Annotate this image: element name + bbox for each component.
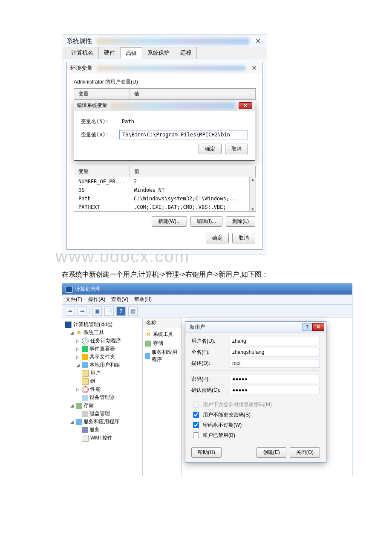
edit-var-title: 编辑系统变量 [77, 102, 107, 109]
close-icon[interactable]: ✕ [250, 64, 259, 72]
check-never-expire[interactable]: 密码永不过期(W) [191, 421, 320, 429]
toolbar: ⬅ ➡ ▣ 📄 ? ▤ [62, 305, 352, 318]
expander-icon[interactable]: ▷ [76, 387, 80, 392]
col-variable: 变量 [74, 89, 130, 99]
tree-services[interactable]: 服务 [64, 426, 141, 434]
create-button[interactable]: 创建(E) [257, 447, 286, 458]
tab-protection[interactable]: 系统保护 [142, 47, 175, 59]
var-value-input[interactable] [119, 130, 248, 139]
forward-icon[interactable]: ➡ [78, 306, 87, 316]
username-label: 用户名(U): [191, 338, 230, 345]
list-item[interactable]: 服务和应用程序 [144, 348, 179, 364]
tree-services-apps[interactable]: ◢ 服务和应用程序 [64, 418, 141, 426]
expander-icon[interactable]: ▷ [76, 355, 80, 359]
tab-remote[interactable]: 远程 [175, 47, 197, 59]
col-name: 名称 [143, 318, 181, 328]
help-icon[interactable]: ? [116, 306, 126, 316]
expander-icon[interactable]: ▷ [76, 347, 80, 351]
tree-systools[interactable]: ◢ 🛠 系统工具 [64, 329, 141, 337]
storage-icon [76, 403, 82, 409]
checkbox[interactable] [193, 432, 199, 438]
computer-icon [65, 321, 72, 328]
expander-icon[interactable]: ◢ [76, 363, 80, 367]
tab-advanced[interactable]: 高级 [120, 47, 142, 59]
password-input[interactable] [230, 375, 320, 383]
right-pane: 新用户 ? ✕ 用户名(U): 全名(F): [182, 318, 352, 476]
tree-device-manager[interactable]: 设备管理器 [64, 393, 141, 402]
menu-help[interactable]: 帮助(H) [134, 296, 152, 303]
blur-decoration [111, 102, 235, 109]
ok-button[interactable]: 确定 [199, 144, 222, 154]
table-row[interactable]: Path C:\Windows\system32;C:\Windows;... [74, 194, 256, 203]
tree-task-scheduler[interactable]: ▷ 🕒 任务计划程序 [64, 337, 141, 345]
new-user-title: 新用户 [190, 324, 205, 331]
var-name-input[interactable] [119, 117, 248, 126]
menu-view[interactable]: 查看(V) [111, 296, 128, 303]
tree-storage[interactable]: ◢ 存储 [64, 402, 141, 410]
console-tree-icon[interactable]: ▣ [92, 306, 102, 316]
checkbox[interactable] [193, 422, 199, 428]
new-user-dialog: 新用户 ? ✕ 用户名(U): 全名(F): [185, 321, 326, 462]
edit-button[interactable]: 编辑(I)... [190, 216, 222, 227]
username-input[interactable] [230, 337, 320, 345]
document-caption: 在系统中新创建一个用户,计算机->管理->右键用户->新用户,如下图： [62, 270, 392, 279]
properties-icon[interactable]: 📄 [104, 306, 114, 316]
tree-performance[interactable]: ▷ ◯ 性能 [64, 385, 141, 393]
check-change-next-login[interactable]: 用户下次登录时须更改密码(M) [191, 400, 320, 409]
table-row[interactable]: PATHEXT .COM;.EXE;.BAT;.CMD;.VBS;.VBE; [74, 203, 256, 211]
confirm-password-label: 确认密码(C): [191, 387, 230, 394]
services-apps-icon [76, 419, 82, 425]
tree-disk-mgr[interactable]: 磁盘管理 [64, 410, 141, 418]
tab-computer-name[interactable]: 计算机名 [66, 47, 99, 59]
ok-button[interactable]: 确定 [206, 233, 229, 243]
menu-file[interactable]: 文件(F) [66, 296, 82, 303]
col-value: 值 [130, 166, 256, 177]
gear-icon [82, 427, 88, 433]
expander-icon[interactable]: ▷ [76, 338, 80, 343]
close-icon[interactable]: ✕ [239, 102, 252, 109]
menu-action[interactable]: 操作(A) [88, 296, 105, 303]
cancel-button[interactable]: 取消 [225, 144, 248, 154]
confirm-password-input[interactable] [230, 386, 320, 394]
table-row[interactable]: NUMBER_OF_PR... 2 [74, 177, 256, 186]
check-account-disabled[interactable]: 帐户已禁用(B) [191, 431, 320, 439]
checkbox[interactable] [193, 402, 199, 408]
expander-icon[interactable]: ◢ [70, 330, 74, 335]
delete-button[interactable]: 删除(L) [226, 216, 255, 227]
checkbox[interactable] [193, 412, 199, 418]
tree-users[interactable]: 用户 [64, 369, 141, 377]
close-icon[interactable]: ✕ [312, 323, 324, 331]
clock-icon: 🕒 [82, 338, 89, 344]
description-label: 描述(D): [191, 360, 230, 367]
table-row[interactable]: OS Windows_NT [74, 186, 256, 194]
check-cannot-change[interactable]: 用户不能更改密码(S) [191, 410, 320, 419]
tree-groups[interactable]: 组 [64, 377, 141, 385]
close-button[interactable]: 关闭(O) [290, 447, 320, 458]
folder-icon [82, 370, 89, 377]
blur-decoration [97, 66, 245, 71]
list-item[interactable]: 存储 [144, 339, 179, 348]
cancel-button[interactable]: 取消 [232, 233, 255, 243]
help-button[interactable]: 帮助(H) [191, 447, 222, 458]
close-icon[interactable]: ✕ [254, 37, 262, 45]
expander-icon[interactable]: ◢ [70, 419, 74, 424]
tab-hardware[interactable]: 硬件 [98, 47, 121, 59]
description-input[interactable] [230, 359, 320, 367]
tree-local-users[interactable]: ◢ 本地用户和组 [64, 361, 141, 369]
list-icon[interactable]: ▤ [128, 306, 138, 316]
list-item[interactable]: 🛠 系统工具 [144, 330, 179, 339]
new-button[interactable]: 新建(W)... [152, 216, 187, 227]
col-value: 值 [130, 89, 256, 99]
expander-icon[interactable]: ◢ [70, 403, 74, 408]
user-vars-table: 变量 值 [74, 88, 256, 100]
scrollbar[interactable]: ▲▼ [249, 177, 256, 211]
tree-event-viewer[interactable]: ▷ 事件查看器 [64, 345, 141, 353]
fullname-input[interactable] [230, 348, 320, 356]
navigation-tree: 计算机管理(本地) ◢ 🛠 系统工具 ▷ 🕒 任务计划程序 ▷ 事件查看器 [62, 318, 143, 476]
tree-wmi[interactable]: WMI 控件 [64, 434, 141, 442]
system-properties-tabs: 计算机名 硬件 高级 系统保护 远程 [62, 47, 267, 59]
tree-shared-folders[interactable]: ▷ 共享文件夹 [64, 353, 141, 361]
tree-root[interactable]: 计算机管理(本地) [64, 321, 141, 329]
back-icon[interactable]: ⬅ [66, 306, 75, 316]
help-icon[interactable]: ? [302, 323, 312, 331]
